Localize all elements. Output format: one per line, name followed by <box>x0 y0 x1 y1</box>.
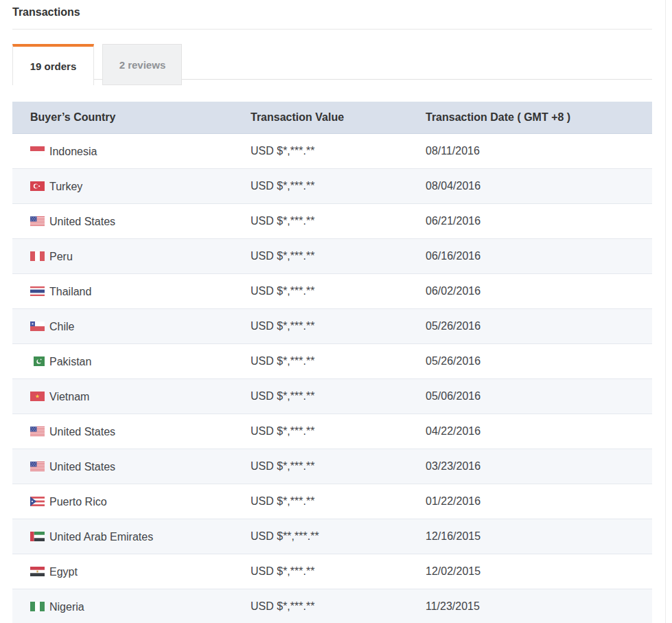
country-cell: Chile <box>12 309 251 344</box>
transaction-date: 06/21/2016 <box>426 204 652 239</box>
country-name: Nigeria <box>49 600 84 612</box>
transaction-date: 08/11/2016 <box>426 134 652 169</box>
transaction-value: USD $*,***.** <box>251 449 426 484</box>
tab-bar: 19 orders 2 reviews <box>12 44 652 85</box>
transaction-date: 06/02/2016 <box>426 274 652 309</box>
country-cell: Turkey <box>12 169 251 204</box>
table-row: United Arab Emirates USD $**,***.** 12/1… <box>12 519 652 554</box>
tab-orders[interactable]: 19 orders <box>12 44 94 85</box>
flag-united-arab-emirates-icon <box>30 532 45 541</box>
table-row: Egypt USD $*,***.** 12/02/2015 <box>12 554 652 589</box>
flag-nigeria-icon <box>30 602 45 611</box>
table-row: United States USD $*,***.** 04/22/2016 <box>12 414 652 449</box>
table-row: Pakistan USD $*,***.** 05/26/2016 <box>12 344 652 379</box>
transaction-date: 12/16/2015 <box>426 519 652 554</box>
country-cell: Indonesia <box>12 134 251 169</box>
flag-chile-icon <box>30 321 45 331</box>
country-cell: Pakistan <box>12 344 251 379</box>
page-title: Transactions <box>12 0 652 30</box>
flag-indonesia-icon <box>30 146 45 156</box>
country-cell: Egypt <box>12 554 251 589</box>
column-header-transaction-date: Transaction Date ( GMT +8 ) <box>426 102 652 134</box>
table-row: Peru USD $*,***.** 06/16/2016 <box>12 239 652 274</box>
country-name: Vietnam <box>49 390 89 402</box>
country-name: Thailand <box>49 285 91 297</box>
flag-united-states-icon <box>30 216 45 226</box>
transactions-table-body: Indonesia USD $*,***.** 08/11/2016 Turke… <box>12 134 652 623</box>
table-row: United States USD $*,***.** 06/21/2016 <box>12 204 652 239</box>
country-name: Pakistan <box>49 355 91 367</box>
transaction-value: USD $*,***.** <box>251 239 426 274</box>
transaction-date: 05/26/2016 <box>426 309 652 344</box>
transaction-value: USD $*,***.** <box>251 589 426 623</box>
country-cell: United States <box>12 449 251 484</box>
country-name: Peru <box>49 250 73 262</box>
tab-reviews[interactable]: 2 reviews <box>102 44 182 85</box>
country-cell: Vietnam <box>12 379 251 414</box>
transaction-date: 03/23/2016 <box>426 449 652 484</box>
flag-turkey-icon <box>30 181 45 191</box>
table-row: Indonesia USD $*,***.** 08/11/2016 <box>12 134 652 169</box>
table-row: Turkey USD $*,***.** 08/04/2016 <box>12 169 652 204</box>
transaction-value: USD $**,***.** <box>251 519 426 554</box>
column-header-buyers-country: Buyer’s Country <box>12 102 251 134</box>
country-name: United States <box>49 460 115 472</box>
flag-thailand-icon <box>30 286 45 296</box>
transaction-value: USD $*,***.** <box>251 554 426 589</box>
transaction-value: USD $*,***.** <box>251 344 426 379</box>
country-name: Puerto Rico <box>49 495 107 507</box>
country-cell: United States <box>12 204 251 239</box>
country-cell: Puerto Rico <box>12 484 251 519</box>
country-name: Indonesia <box>49 145 97 157</box>
transaction-value: USD $*,***.** <box>251 134 426 169</box>
country-cell: United Arab Emirates <box>12 519 251 554</box>
transaction-date: 06/16/2016 <box>426 239 652 274</box>
country-name: United States <box>49 215 115 227</box>
flag-united-states-icon <box>30 462 45 471</box>
country-cell: United States <box>12 414 251 449</box>
country-name: United Arab Emirates <box>49 530 153 542</box>
transaction-date: 05/26/2016 <box>426 344 652 379</box>
table-row: United States USD $*,***.** 03/23/2016 <box>12 449 652 484</box>
transaction-value: USD $*,***.** <box>251 414 426 449</box>
page-right-border <box>665 0 666 623</box>
transaction-value: USD $*,***.** <box>251 204 426 239</box>
country-cell: Peru <box>12 239 251 274</box>
transactions-table: Buyer’s Country Transaction Value Transa… <box>12 102 652 623</box>
table-row: Puerto Rico USD $*,***.** 01/22/2016 <box>12 484 652 519</box>
country-name: Chile <box>49 320 74 332</box>
transaction-date: 01/22/2016 <box>426 484 652 519</box>
country-cell: Thailand <box>12 274 251 309</box>
flag-vietnam-icon <box>30 392 45 401</box>
transaction-value: USD $*,***.** <box>251 309 426 344</box>
country-name: Egypt <box>49 565 78 577</box>
flag-pakistan-icon <box>30 356 45 366</box>
flag-puerto-rico-icon <box>30 497 45 506</box>
table-row: Thailand USD $*,***.** 06/02/2016 <box>12 274 652 309</box>
flag-egypt-icon <box>30 567 45 576</box>
table-row: Chile USD $*,***.** 05/26/2016 <box>12 309 652 344</box>
transactions-panel: Transactions 19 orders 2 reviews Buyer’s… <box>0 0 672 623</box>
country-name: United States <box>49 425 115 437</box>
flag-united-states-icon <box>30 427 45 436</box>
transaction-date: 04/22/2016 <box>426 414 652 449</box>
transaction-value: USD $*,***.** <box>251 379 426 414</box>
transaction-date: 11/23/2015 <box>426 589 652 623</box>
transaction-date: 05/06/2016 <box>426 379 652 414</box>
transaction-value: USD $*,***.** <box>251 274 426 309</box>
transaction-value: USD $*,***.** <box>251 169 426 204</box>
table-header-row: Buyer’s Country Transaction Value Transa… <box>12 102 652 134</box>
table-row: Nigeria USD $*,***.** 11/23/2015 <box>12 589 652 623</box>
transaction-value: USD $*,***.** <box>251 484 426 519</box>
country-cell: Nigeria <box>12 589 251 623</box>
flag-peru-icon <box>30 251 45 261</box>
table-row: Vietnam USD $*,***.** 05/06/2016 <box>12 379 652 414</box>
transaction-date: 08/04/2016 <box>426 169 652 204</box>
country-name: Turkey <box>49 180 82 192</box>
column-header-transaction-value: Transaction Value <box>251 102 426 134</box>
transaction-date: 12/02/2015 <box>426 554 652 589</box>
